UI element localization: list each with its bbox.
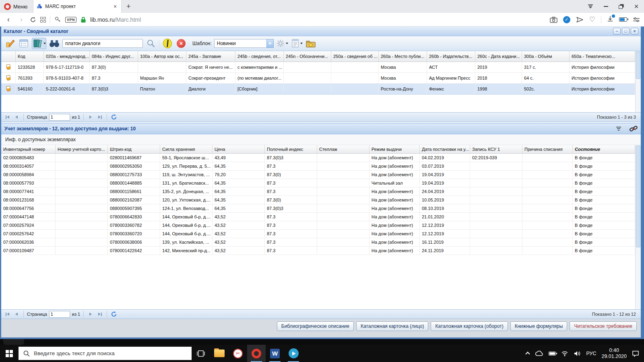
opera-taskbar-button[interactable] <box>247 345 266 362</box>
reader-request-button[interactable]: Читательское требование <box>570 321 637 331</box>
first-page-button[interactable] <box>4 311 11 318</box>
edit-record-button[interactable] <box>4 38 16 49</box>
reports-button[interactable] <box>291 38 303 49</box>
telegram-taskbar-button[interactable] <box>284 345 303 362</box>
scrollbar-thumb[interactable] <box>636 51 640 79</box>
bookmark-heart-icon[interactable]: ♡ <box>589 15 595 24</box>
search-input[interactable] <box>62 39 143 48</box>
last-page-button[interactable] <box>96 311 103 318</box>
battery-saver-icon[interactable] <box>619 17 627 22</box>
onedrive-cloud-icon[interactable] <box>535 351 543 356</box>
last-page-button[interactable] <box>96 113 103 121</box>
lock-icon[interactable] <box>80 16 86 23</box>
column-header[interactable]: Цена <box>213 145 265 154</box>
minimize-button[interactable] <box>598 0 613 13</box>
search-button[interactable] <box>145 38 157 49</box>
table-row[interactable]: 07:00001094870780001422642142, Михневски… <box>1 247 635 255</box>
column-header[interactable]: Сигла хранения <box>160 145 213 154</box>
column-header[interactable]: 260c - Дата издани... <box>475 51 522 62</box>
column-header[interactable]: Полочный индекс <box>265 145 317 154</box>
battery-icon[interactable] <box>549 352 556 356</box>
app-minimize-button[interactable]: – <box>613 28 621 35</box>
language-indicator[interactable]: РУС <box>586 351 596 356</box>
table-row[interactable]: 07:00002576420780003360720144, Ореховый … <box>1 230 635 238</box>
table-row[interactable]: 5461605-222-00261-687.3(0)3ПлатонДиалоги… <box>1 84 635 95</box>
column-header[interactable]: 245b - сведения, от... <box>235 51 284 62</box>
column-header[interactable]: 245n - Обозначени... <box>284 51 331 62</box>
column-header[interactable]: 300a - Объём <box>522 51 570 62</box>
items-scrollbar[interactable] <box>635 145 641 309</box>
app-maximize-button[interactable]: □ <box>622 28 630 35</box>
speed-dial-icon[interactable] <box>40 17 46 23</box>
catalog-card-back-button[interactable]: Каталожная карточка (оборот) <box>431 321 508 331</box>
word-taskbar-button[interactable]: W <box>266 345 284 362</box>
task-view-button[interactable] <box>192 345 210 362</box>
start-button[interactable] <box>0 345 19 362</box>
table-row[interactable]: 07:00004471480780006642830144, Ореховый … <box>1 213 635 221</box>
action-center-icon[interactable] <box>632 350 639 357</box>
table-row[interactable]: 07:00002579240780003360782144, Ореховый … <box>1 221 635 230</box>
tray-chevron-icon[interactable] <box>526 352 530 356</box>
page-input[interactable] <box>49 311 70 318</box>
tab-close-icon[interactable]: × <box>112 3 118 10</box>
maximize-button[interactable] <box>613 0 629 13</box>
bibliographic-description-button[interactable]: Библиографическое описание <box>277 321 354 331</box>
taskbar-search[interactable]: Введите здесь текст для поиска <box>19 347 192 360</box>
table-row[interactable]: 761393978-5-91103-407-887.3Маршан ЯнСокр… <box>1 73 635 84</box>
easy-setup-icon[interactable] <box>633 17 640 23</box>
find-button[interactable] <box>49 38 60 49</box>
column-header[interactable]: Запись КСУ 1 <box>470 145 522 154</box>
column-header[interactable]: Стеллаж <box>317 145 369 154</box>
clear-search-button[interactable] <box>162 38 173 49</box>
url-text[interactable]: lib.mos.ru/Marc.html <box>90 16 141 23</box>
first-page-button[interactable] <box>4 113 11 121</box>
app-close-button[interactable]: × <box>631 28 638 35</box>
table-row[interactable]: 08:00006477560880005907395124-1, ул. Вел… <box>1 204 635 213</box>
template-select[interactable]: Новинки <box>214 39 274 48</box>
my-flow-icon[interactable] <box>576 16 584 23</box>
close-button[interactable]: × <box>629 0 644 13</box>
opera-menu-button[interactable]: Меню <box>0 0 33 13</box>
table-row[interactable]: 08:00000589840880001275733119, ш. Энтузи… <box>1 171 635 179</box>
table-row[interactable]: 02:0000805483028001146968759-1, Ярославс… <box>1 154 635 162</box>
column-header[interactable]: 650a - Тематическо... <box>570 51 635 62</box>
page-input[interactable] <box>49 114 70 121</box>
reload-icon[interactable] <box>30 16 36 23</box>
snipping-tool-button[interactable]: ✂ <box>229 345 247 362</box>
prev-page-button[interactable] <box>13 113 20 121</box>
column-header[interactable]: Штрих-код <box>108 145 160 154</box>
column-header[interactable]: 020a - международ... <box>44 51 90 62</box>
key-icon[interactable] <box>54 16 61 23</box>
column-header[interactable]: 100a - Автор как ос... <box>138 51 186 62</box>
catalog-scrollbar[interactable] <box>635 51 641 112</box>
downloads-icon[interactable] <box>607 16 613 24</box>
table-row[interactable]: 07:00000620360780000638006139, ул. Каспи… <box>1 238 635 247</box>
refresh-button[interactable] <box>110 311 118 318</box>
snapshot-camera-icon[interactable] <box>550 16 557 23</box>
column-header[interactable]: 260b - Издательств... <box>427 51 475 62</box>
column-header[interactable]: Причина списания <box>522 145 573 154</box>
table-row[interactable]: 08:00001231680880002162087120, ул. Ухтом… <box>1 196 635 204</box>
column-header[interactable]: Код <box>16 51 44 62</box>
favorites-button[interactable] <box>305 38 316 49</box>
column-header[interactable]: 250a - сведения об ... <box>331 51 379 62</box>
column-header[interactable]: 245a - Заглавие <box>186 51 235 62</box>
catalog-card-front-button[interactable]: Каталожная карточка (лицо) <box>356 321 429 331</box>
vpn-badge[interactable]: VPN <box>65 17 76 23</box>
filter-icon[interactable] <box>616 127 621 131</box>
column-header[interactable]: 260a - Место публи... <box>379 51 427 62</box>
form-view-button[interactable] <box>18 38 29 49</box>
column-header[interactable]: Состояние <box>573 145 635 154</box>
link-icon[interactable] <box>630 125 638 132</box>
next-page-button[interactable] <box>87 113 94 121</box>
table-row[interactable]: 08:00000577930880001448885131, ул. Брати… <box>1 179 635 187</box>
column-header[interactable]: Режим выдачи <box>369 145 420 154</box>
table-row[interactable]: 08:00000774410880001158661135-2, ул. Дон… <box>1 187 635 196</box>
shield-check-icon[interactable]: ✓ <box>563 16 570 23</box>
clock[interactable]: 0:40 29.01.2020 <box>601 348 627 360</box>
forward-icon[interactable]: › <box>17 15 26 24</box>
refresh-button[interactable] <box>110 113 118 121</box>
settings-button[interactable] <box>276 38 288 49</box>
combo-trigger-icon[interactable] <box>266 39 274 48</box>
column-header[interactable]: 084a - Индекс друг... <box>90 51 138 62</box>
